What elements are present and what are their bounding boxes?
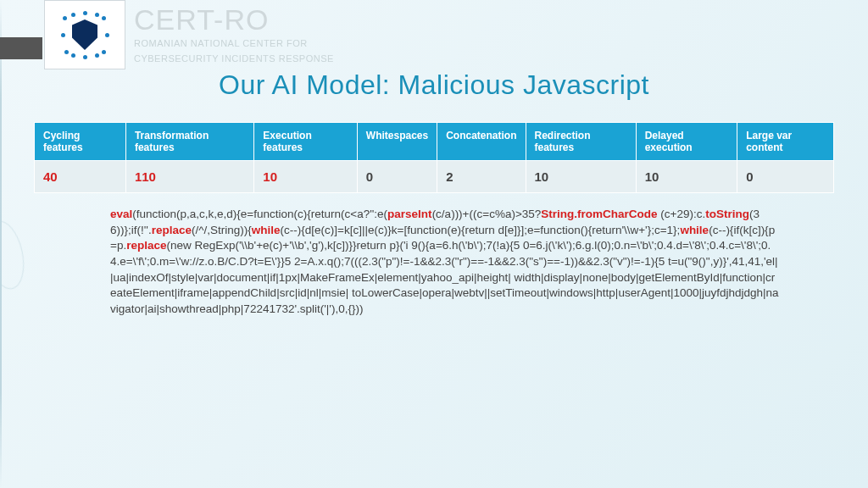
code-keyword: eval (110, 208, 132, 220)
sidebar-tab (0, 37, 42, 59)
logo-subtitle-2: CYBERSECURITY INCIDENTS RESPONSE (134, 53, 334, 64)
table-cell: 10 (526, 161, 636, 193)
page-title: Our AI Model: Malicious Javascript (0, 69, 868, 101)
cert-ro-logo (44, 0, 125, 69)
table-cell: 2 (437, 161, 526, 193)
code-text: (function(p,a,c,k,e,d){e=function(c){ret… (132, 208, 387, 220)
table-cell: 110 (125, 161, 253, 193)
shield-icon (72, 19, 97, 50)
logo-subtitle-1: ROMANIAN NATIONAL CENTER FOR (134, 37, 334, 49)
code-keyword: String.fromCharCode (541, 208, 657, 220)
table-cell: 40 (35, 161, 126, 193)
code-keyword: while (252, 224, 281, 236)
table-header: Cycling features (35, 123, 126, 161)
features-table: Cycling featuresTransformation featuresE… (34, 122, 834, 193)
table-cell: 10 (636, 161, 737, 193)
table-header: Delayed execution (636, 123, 737, 161)
table-header: Concatenation (437, 123, 526, 161)
table-header-row: Cycling featuresTransformation featuresE… (35, 123, 834, 161)
code-text: (c+29):c. (658, 208, 706, 220)
code-text: (c--){d[e(c)]=k[c]||e(c)}k=[function(e){… (281, 224, 681, 236)
table-cell: 0 (357, 161, 437, 193)
code-sample: eval(function(p,a,c,k,e,d){e=function(c)… (110, 207, 780, 317)
table-header: Redirection features (526, 123, 636, 161)
table-cell: 0 (737, 161, 834, 193)
table-cell: 10 (254, 161, 357, 193)
code-text: (c/a)))+((c=c%a)>35? (432, 208, 542, 220)
logo-title: CERT-RO (134, 5, 334, 34)
code-keyword: toString (705, 208, 749, 220)
table-header: Large var content (737, 123, 834, 161)
table-header: Transformation features (125, 123, 253, 161)
table-header: Execution features (254, 123, 357, 161)
code-keyword: parseInt (387, 208, 432, 220)
code-keyword: replace (152, 224, 192, 236)
code-text: (new RegExp('\\b'+e(c)+'\\b','g'),k[c])}… (110, 239, 779, 315)
table-value-row: 40110100210100 (35, 161, 834, 193)
code-keyword: while (680, 224, 709, 236)
logo-block: CERT-RO ROMANIAN NATIONAL CENTER FOR CYB… (44, 0, 334, 69)
table-header: Whitespaces (357, 123, 437, 161)
code-text: (/^/,String)){ (192, 224, 252, 236)
code-keyword: replace (126, 239, 166, 252)
